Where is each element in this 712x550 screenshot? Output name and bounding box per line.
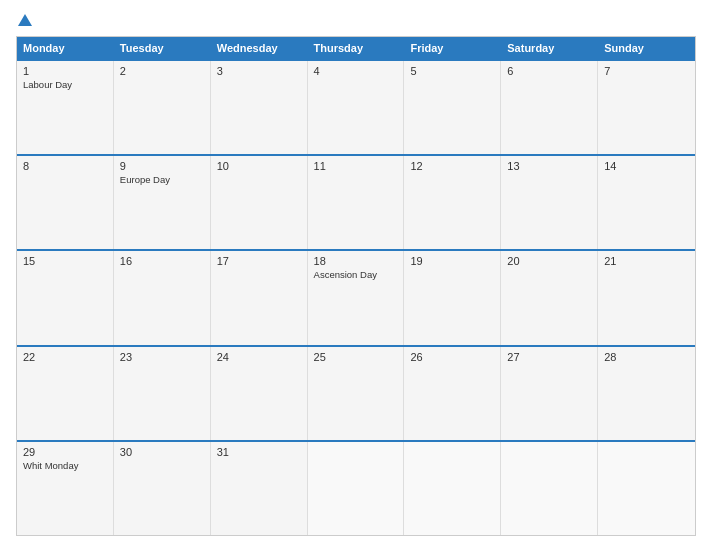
day-headers-row: MondayTuesdayWednesdayThursdayFridaySatu…	[17, 37, 695, 59]
holiday-label: Ascension Day	[314, 269, 398, 280]
day-cell: 13	[501, 156, 598, 249]
day-number: 12	[410, 160, 494, 172]
day-number: 20	[507, 255, 591, 267]
day-number: 13	[507, 160, 591, 172]
day-header-saturday: Saturday	[501, 37, 598, 59]
day-header-tuesday: Tuesday	[114, 37, 211, 59]
day-number: 5	[410, 65, 494, 77]
day-cell	[501, 442, 598, 535]
day-cell: 27	[501, 347, 598, 440]
day-number: 23	[120, 351, 204, 363]
day-cell: 22	[17, 347, 114, 440]
day-number: 1	[23, 65, 107, 77]
day-number: 21	[604, 255, 689, 267]
logo-triangle-icon	[18, 14, 32, 26]
day-number: 10	[217, 160, 301, 172]
holiday-label: Labour Day	[23, 79, 107, 90]
day-cell: 25	[308, 347, 405, 440]
holiday-label: Whit Monday	[23, 460, 107, 471]
day-header-friday: Friday	[404, 37, 501, 59]
day-number: 27	[507, 351, 591, 363]
day-cell: 15	[17, 251, 114, 344]
day-cell: 30	[114, 442, 211, 535]
day-number: 8	[23, 160, 107, 172]
day-number: 2	[120, 65, 204, 77]
day-cell: 17	[211, 251, 308, 344]
calendar-page: MondayTuesdayWednesdayThursdayFridaySatu…	[0, 0, 712, 550]
week-row-3: 15161718Ascension Day192021	[17, 249, 695, 344]
day-number: 3	[217, 65, 301, 77]
day-cell: 16	[114, 251, 211, 344]
day-cell: 14	[598, 156, 695, 249]
day-header-sunday: Sunday	[598, 37, 695, 59]
holiday-label: Europe Day	[120, 174, 204, 185]
day-cell: 11	[308, 156, 405, 249]
day-cell	[598, 442, 695, 535]
day-cell: 7	[598, 61, 695, 154]
day-cell: 6	[501, 61, 598, 154]
day-cell: 20	[501, 251, 598, 344]
day-cell: 8	[17, 156, 114, 249]
day-cell: 5	[404, 61, 501, 154]
day-cell: 1Labour Day	[17, 61, 114, 154]
day-number: 6	[507, 65, 591, 77]
day-cell: 28	[598, 347, 695, 440]
day-number: 16	[120, 255, 204, 267]
weeks-container: 1Labour Day23456789Europe Day10111213141…	[17, 59, 695, 535]
day-cell: 21	[598, 251, 695, 344]
day-header-thursday: Thursday	[308, 37, 405, 59]
day-number: 18	[314, 255, 398, 267]
logo	[16, 14, 32, 26]
day-number: 4	[314, 65, 398, 77]
day-cell: 4	[308, 61, 405, 154]
day-number: 15	[23, 255, 107, 267]
day-header-monday: Monday	[17, 37, 114, 59]
day-cell: 2	[114, 61, 211, 154]
day-cell: 10	[211, 156, 308, 249]
day-number: 31	[217, 446, 301, 458]
day-number: 19	[410, 255, 494, 267]
day-cell: 26	[404, 347, 501, 440]
day-cell: 3	[211, 61, 308, 154]
week-row-2: 89Europe Day1011121314	[17, 154, 695, 249]
day-cell: 9Europe Day	[114, 156, 211, 249]
day-number: 17	[217, 255, 301, 267]
day-number: 28	[604, 351, 689, 363]
week-row-5: 29Whit Monday3031	[17, 440, 695, 535]
day-number: 9	[120, 160, 204, 172]
day-header-wednesday: Wednesday	[211, 37, 308, 59]
day-cell	[308, 442, 405, 535]
day-cell: 23	[114, 347, 211, 440]
header	[16, 14, 696, 26]
calendar-grid: MondayTuesdayWednesdayThursdayFridaySatu…	[16, 36, 696, 536]
day-cell: 18Ascension Day	[308, 251, 405, 344]
day-cell: 29Whit Monday	[17, 442, 114, 535]
day-number: 7	[604, 65, 689, 77]
day-number: 14	[604, 160, 689, 172]
day-cell: 24	[211, 347, 308, 440]
day-cell: 31	[211, 442, 308, 535]
week-row-1: 1Labour Day234567	[17, 59, 695, 154]
day-cell	[404, 442, 501, 535]
day-number: 11	[314, 160, 398, 172]
day-number: 30	[120, 446, 204, 458]
day-number: 26	[410, 351, 494, 363]
day-number: 22	[23, 351, 107, 363]
day-number: 25	[314, 351, 398, 363]
day-number: 24	[217, 351, 301, 363]
week-row-4: 22232425262728	[17, 345, 695, 440]
day-cell: 12	[404, 156, 501, 249]
day-cell: 19	[404, 251, 501, 344]
day-number: 29	[23, 446, 107, 458]
